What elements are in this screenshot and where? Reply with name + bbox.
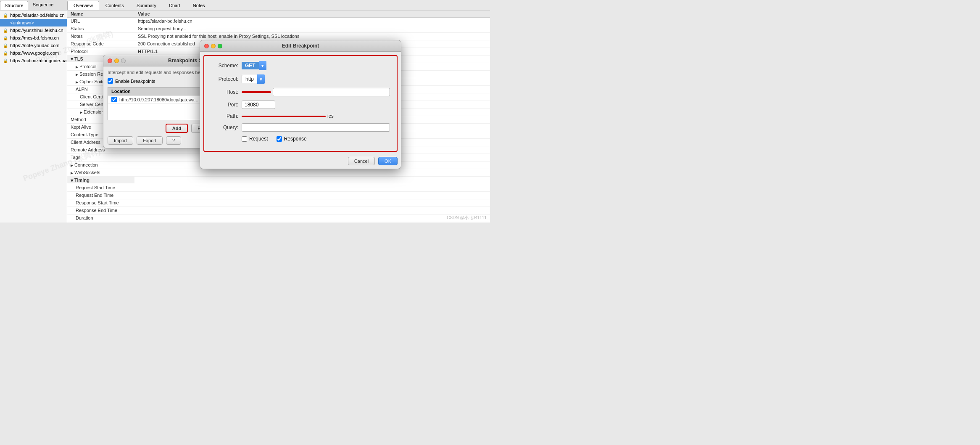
request-checkbox-item[interactable]: Request	[242, 136, 268, 142]
sidebar-item-youdao[interactable]: 🔒 https://note.youdao.com	[0, 42, 67, 49]
edit-bp-body: Scheme: GET ▼ Protocol: http ▼ Host: Por…	[203, 55, 398, 152]
scheme-label: Scheme:	[211, 63, 238, 69]
port-row: Port:	[211, 101, 390, 109]
lock-icon-6: 🔒	[3, 58, 8, 64]
bp-left-buttons: Import Export ?	[108, 136, 181, 145]
edit-close-button[interactable]	[204, 44, 209, 48]
protocol-row: Protocol: http ▼	[211, 74, 390, 84]
sidebar-item-mcs[interactable]: 🔒 https://mcs-bd.feishu.cn	[0, 34, 67, 42]
scheme-value: GET	[242, 62, 259, 69]
tab-overview[interactable]: Overview	[67, 1, 99, 10]
sidebar-item-label: https://yunzhihui.feishu.cn	[10, 28, 63, 33]
sidebar-item-yunzhihui[interactable]: 🔒 https://yunzhihui.feishu.cn	[0, 26, 67, 34]
tab-summary[interactable]: Summary	[130, 1, 163, 10]
protocol-dropdown[interactable]: ▼	[257, 74, 265, 84]
triangle-tls-protocol: ▶	[76, 65, 78, 69]
query-row: Query:	[211, 123, 390, 132]
port-label: Port:	[211, 102, 238, 108]
path-input-container: ics	[242, 113, 390, 119]
help-button[interactable]: ?	[166, 136, 181, 145]
detail-row-status: Status Sending request body...	[67, 25, 490, 33]
triangle-cipher: ▶	[76, 80, 78, 84]
request-checkbox[interactable]	[242, 136, 247, 142]
host-input-container	[242, 88, 390, 96]
sidebar-item-label: https://www.google.com	[10, 50, 59, 56]
sidebar-tabs: Structure Sequence	[0, 0, 67, 11]
path-row: Path: ics	[211, 113, 390, 119]
minimize-button[interactable]	[114, 58, 119, 63]
host-bar	[242, 91, 271, 93]
enable-breakpoints-label: Enable Breakpoints	[115, 79, 155, 84]
detail-row-notes: Notes SSL Proxying not enabled for this …	[67, 33, 490, 40]
sidebar-item-label: https://note.youdao.com	[10, 43, 59, 48]
detail-row-req-start: Request Start Time	[67, 184, 490, 192]
triangle-tls: ▶	[70, 58, 74, 60]
host-row: Host:	[211, 88, 390, 96]
sidebar-item-unknown[interactable]: ⬆ <unknown>	[0, 19, 67, 26]
sidebar-item-label: https://optimizationguide-pa.googleapis.…	[10, 58, 67, 63]
response-label: Response	[284, 136, 307, 142]
enable-breakpoints-checkbox[interactable]	[108, 78, 113, 84]
protocol-label: Protocol:	[211, 76, 238, 82]
arrow-up-icon: ⬆	[3, 20, 8, 26]
bp-row-checkbox[interactable]	[111, 97, 117, 102]
sidebar-items: 🔒 https://slardar-bd.feishu.cn ⬆ <unknow…	[0, 11, 67, 222]
sidebar: Structure Sequence 🔒 https://slardar-bd.…	[0, 0, 67, 222]
details-header: Name Value	[67, 11, 490, 18]
detail-row-resp-end: Response End Time	[67, 207, 490, 215]
host-label: Host:	[211, 89, 238, 95]
scheme-dropdown[interactable]: ▼	[259, 61, 266, 70]
detail-row-dns: DNS 37 ms	[67, 222, 490, 222]
sidebar-item-feishu-main[interactable]: 🔒 https://slardar-bd.feishu.cn	[0, 11, 67, 19]
header-name: Name	[71, 11, 138, 16]
lock-icon-4: 🔒	[3, 42, 8, 48]
tab-notes[interactable]: Notes	[187, 1, 211, 10]
sidebar-item-label: https://mcs-bd.feishu.cn	[10, 35, 59, 40]
add-button[interactable]: Add	[166, 124, 188, 133]
checkbox-row: Request Response	[211, 136, 390, 142]
edit-minimize-button[interactable]	[211, 44, 216, 48]
tab-chart[interactable]: Chart	[163, 1, 187, 10]
top-tabs: Overview Contents Summary Chart Notes	[67, 0, 490, 11]
sidebar-item-label: https://slardar-bd.feishu.cn	[10, 13, 65, 18]
path-line	[242, 116, 326, 117]
port-input[interactable]	[242, 101, 275, 109]
tab-structure[interactable]: Structure	[0, 1, 28, 10]
triangle-websockets: ▶	[71, 171, 73, 175]
detail-row-req-end: Request End Time	[67, 192, 490, 199]
scheme-row: Scheme: GET ▼	[211, 61, 390, 70]
cancel-button-edit[interactable]: Cancel	[348, 157, 375, 165]
triangle-extensions: ▶	[80, 111, 82, 114]
protocol-value: http	[242, 75, 257, 83]
tab-sequence[interactable]: Sequence	[28, 0, 58, 10]
edit-maximize-button[interactable]	[218, 44, 222, 48]
sidebar-item-google[interactable]: 🔒 https://www.google.com	[0, 49, 67, 57]
import-button[interactable]: Import	[108, 136, 133, 145]
response-checkbox-item[interactable]: Response	[277, 136, 307, 142]
detail-row-websockets[interactable]: ▶WebSockets	[67, 169, 490, 177]
response-checkbox[interactable]	[277, 136, 282, 142]
query-input[interactable]	[242, 123, 390, 132]
detail-row-timing[interactable]: ▶Timing	[67, 177, 490, 184]
header-value: Value	[138, 11, 487, 16]
ok-button-edit[interactable]: OK	[378, 157, 398, 165]
detail-row-url: URL https://slardar-bd.feishu.cn	[67, 18, 490, 25]
edit-traffic-lights	[204, 44, 222, 48]
close-button[interactable]	[108, 58, 112, 63]
export-button[interactable]: Export	[137, 136, 163, 145]
tab-contents[interactable]: Contents	[99, 1, 130, 10]
edit-bp-titlebar: Edit Breakpoint	[200, 40, 401, 52]
detail-row-resp-start: Response Start Time	[67, 199, 490, 207]
query-label: Query:	[211, 124, 238, 130]
sidebar-item-label: <unknown>	[10, 20, 34, 25]
maximize-button[interactable]	[121, 58, 126, 63]
detail-row-duration: Duration	[67, 215, 490, 222]
host-input[interactable]	[273, 88, 390, 96]
path-suffix: ics	[327, 113, 334, 119]
path-label: Path:	[211, 113, 238, 119]
lock-icon: 🔒	[3, 12, 8, 18]
sidebar-item-googleapis[interactable]: 🔒 https://optimizationguide-pa.googleapi…	[0, 57, 67, 64]
triangle-session: ▶	[76, 73, 78, 77]
protocol-select: http ▼	[242, 74, 265, 84]
lock-icon-2: 🔒	[3, 27, 8, 33]
